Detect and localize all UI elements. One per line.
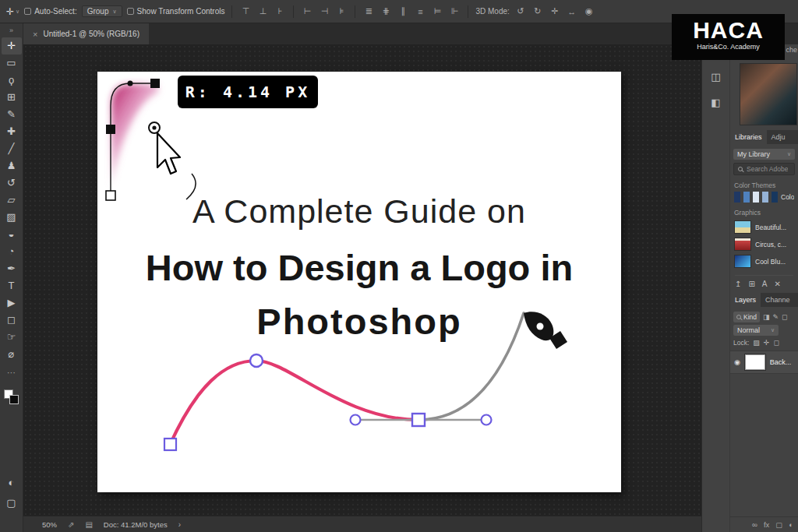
align-bottom-edges-icon[interactable]: ⊥ — [256, 6, 269, 16]
graphic-item[interactable]: Cool Blu... — [734, 255, 794, 268]
document-icon: ▤ — [85, 520, 92, 529]
pen-tool[interactable]: ✒ — [2, 260, 22, 277]
text-style-icon[interactable]: A — [762, 280, 768, 288]
swatches-panel-tab-partial[interactable]: che — [786, 46, 797, 54]
collapsed-panel-icon-1[interactable]: ◫ — [711, 71, 720, 83]
artboard[interactable]: R: 4.14 PX A Complete Guide on How to De… — [97, 72, 621, 492]
lock-position-icon[interactable]: ✛ — [764, 339, 770, 347]
collapse-panels-icon[interactable]: » — [9, 26, 13, 34]
gradient-tool[interactable]: ▨ — [2, 209, 22, 226]
canvas-pasteboard[interactable]: R: 4.14 PX A Complete Guide on How to De… — [23, 44, 701, 516]
align-top-edges-icon[interactable]: ⊤ — [239, 6, 252, 16]
3d-orbit-icon[interactable]: ↺ — [514, 6, 527, 16]
upload-icon[interactable]: ↥ — [735, 280, 741, 288]
layer-thumbnail[interactable] — [745, 354, 765, 370]
color-swatches[interactable] — [3, 389, 20, 406]
graphic-name: Circus, c... — [755, 241, 786, 248]
move-tool-icon: ✛ — [6, 6, 14, 17]
lock-transparency-icon[interactable]: ▨ — [753, 339, 760, 347]
align-horizontal-centers-icon[interactable]: ⊧ — [335, 6, 348, 16]
auto-select-checkbox[interactable]: Auto-Select: — [24, 7, 76, 16]
active-tool-button[interactable]: ✛ ∨ — [6, 6, 19, 17]
path-selection-tool[interactable]: ▶ — [2, 294, 22, 312]
hand-tool[interactable]: ☞ — [2, 329, 22, 346]
edit-toolbar-icon[interactable]: ⋯ — [7, 368, 16, 378]
crop-tool[interactable]: ⊞ — [2, 89, 22, 106]
history-brush-tool[interactable]: ↺ — [2, 174, 22, 192]
distribute-right-edges-icon[interactable]: ⊩ — [448, 6, 461, 16]
marquee-tool[interactable]: ▭ — [2, 55, 22, 72]
type-tool[interactable]: T — [2, 277, 22, 294]
new-library-icon[interactable]: ⊞ — [748, 280, 754, 288]
tab-libraries[interactable]: Libraries — [730, 130, 767, 144]
3d-scale-icon[interactable]: ◉ — [583, 6, 595, 16]
blur-tool[interactable]: ◒ — [2, 226, 22, 243]
brush-tool[interactable]: ╱ — [2, 140, 22, 157]
foreground-color-swatch[interactable] — [9, 395, 19, 404]
layer-filter-dropdown[interactable]: Kind — [733, 312, 760, 322]
align-left-edges-icon[interactable]: ⊢ — [301, 6, 313, 16]
move-tool[interactable]: ✛ — [2, 37, 22, 55]
share-icon[interactable]: ⇗ — [68, 520, 74, 529]
align-vertical-centers-icon[interactable]: ⊦ — [274, 6, 286, 16]
tab-layers[interactable]: Layers — [730, 293, 761, 307]
lasso-tool[interactable]: ϙ — [2, 72, 22, 89]
graphic-item[interactable]: Circus, c... — [734, 238, 794, 251]
dodge-tool[interactable]: ◔ — [2, 243, 22, 260]
adjustment-layer-icon[interactable]: ◐ — [789, 520, 793, 529]
document-size-info[interactable]: Doc: 41.2M/0 bytes — [104, 520, 168, 529]
screen-mode-icon[interactable]: ▢ — [2, 495, 22, 512]
show-transform-checkbox[interactable]: Show Transform Controls — [127, 7, 225, 16]
distribute-bottom-edges-icon[interactable]: ∥ — [397, 6, 409, 16]
layer-row-background[interactable]: ◉ Back... — [730, 351, 798, 374]
distribute-top-edges-icon[interactable]: ≣ — [362, 6, 375, 16]
library-select-dropdown[interactable]: My Library ∨ — [733, 149, 795, 160]
distribute-left-edges-icon[interactable]: ≡ — [414, 7, 426, 16]
align-right-edges-icon[interactable]: ⊣ — [318, 6, 330, 16]
eyedropper-tool[interactable]: ✎ — [2, 106, 22, 123]
layer-effects-icon[interactable]: fx — [764, 520, 769, 529]
layer-mask-icon[interactable]: ▢ — [775, 520, 782, 529]
haca-logo: HACA Haris&Co. Academy — [672, 14, 785, 60]
layer-visibility-icon[interactable]: ◉ — [734, 358, 740, 366]
distribute-vertical-centers-icon[interactable]: ⋕ — [380, 6, 392, 16]
distribute-horizontal-centers-icon[interactable]: ⊨ — [431, 6, 443, 16]
reference-photo-thumbnail[interactable] — [740, 63, 797, 125]
graphic-item[interactable]: Beautiful... — [734, 220, 794, 234]
3d-roll-icon[interactable]: ↻ — [531, 6, 544, 16]
auto-select-scope-dropdown[interactable]: Group ∨ — [82, 5, 122, 17]
lock-all-icon[interactable]: ◻ — [773, 339, 779, 347]
filter-icon-2[interactable]: ✎ — [773, 313, 779, 321]
quick-mask-icon[interactable]: ◐ — [2, 474, 22, 491]
lock-options-row: Lock: ▨ ✛ ◻ — [733, 339, 795, 347]
filter-icon-1[interactable]: ◨ — [763, 313, 770, 321]
document-tab[interactable]: × Untitled-1 @ 50% (RGB/16) — [23, 23, 149, 44]
zoom-level[interactable]: 50% — [42, 520, 57, 529]
cursor-arrow-icon — [157, 133, 180, 174]
tab-adjustments[interactable]: Adju — [767, 130, 790, 144]
divider — [293, 5, 294, 18]
graphic-name: Beautiful... — [755, 224, 786, 231]
theme-swatch-2 — [743, 192, 750, 203]
delete-icon[interactable]: ✕ — [774, 280, 780, 288]
blend-mode-dropdown[interactable]: Normal ∨ — [733, 325, 779, 336]
tab-channels[interactable]: Channe — [761, 293, 795, 307]
eraser-tool[interactable]: ▱ — [2, 192, 22, 209]
search-icon — [738, 167, 743, 171]
color-theme-item[interactable]: Color Th... — [734, 192, 794, 203]
link-layers-icon[interactable]: ∞ — [752, 520, 757, 529]
collapsed-panel-icon-2[interactable]: ◧ — [711, 97, 720, 108]
filter-icon-3[interactable]: ◻ — [782, 313, 787, 321]
right-panel-dock: ◫ ◧ che Libraries Adju My Library ∨ Sear… — [701, 44, 798, 532]
status-chevron-icon[interactable]: › — [178, 520, 181, 529]
zoom-tool[interactable]: ⌀ — [2, 346, 22, 363]
library-search-input[interactable]: Search Adobe — [733, 163, 795, 175]
healing-brush-tool[interactable]: ✚ — [2, 123, 22, 140]
close-tab-icon[interactable]: × — [33, 30, 37, 39]
clone-stamp-tool[interactable]: ♟ — [2, 157, 22, 174]
color-theme-name: Color Th... — [781, 193, 794, 201]
document-title: Untitled-1 @ 50% (RGB/16) — [43, 30, 139, 38]
3d-pan-icon[interactable]: ✛ — [549, 6, 561, 16]
3d-slide-icon[interactable]: ↔ — [566, 7, 578, 16]
shape-tool[interactable]: ◻ — [2, 312, 22, 329]
